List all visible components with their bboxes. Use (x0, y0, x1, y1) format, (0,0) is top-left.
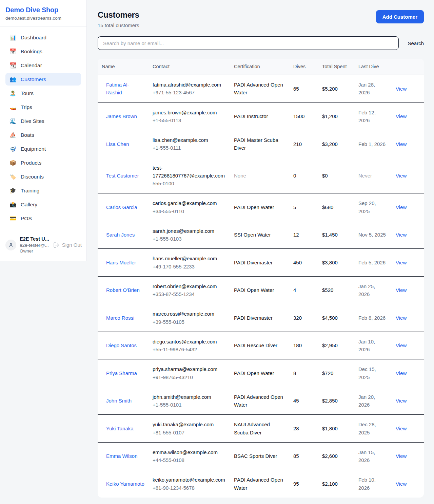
customer-name-link[interactable]: Keiko Yamamoto (106, 481, 144, 487)
view-link[interactable]: View (396, 204, 407, 210)
view-link[interactable]: View (396, 232, 407, 238)
sidebar-item-boats[interactable]: ⛵ Boats (5, 129, 81, 141)
customer-name-link[interactable]: Sarah Jones (106, 232, 135, 238)
customer-name-link[interactable]: Emma Wilson (106, 453, 138, 459)
customer-name-link[interactable]: Test Customer (106, 173, 139, 179)
user-email: e2e-tester@... (20, 242, 50, 248)
customer-last-dive: Feb 10, 2026 (354, 470, 392, 498)
sidebar-item-pos[interactable]: 💳 POS (5, 212, 81, 225)
table-row: Carlos Garcia carlos.garcia@example.com … (98, 193, 424, 221)
customer-last-dive: Feb 8, 2026 (354, 304, 392, 332)
customer-total-spent: $2,100 (318, 470, 354, 498)
view-link[interactable]: View (396, 173, 407, 179)
view-link[interactable]: View (396, 426, 407, 431)
customer-phone: +91-98765-43210 (153, 373, 226, 381)
customer-last-dive: Sep 20, 2025 (354, 193, 392, 221)
customer-name-link[interactable]: John Smith (106, 398, 132, 404)
customer-certification: PADI Open Water (230, 276, 289, 304)
sign-out-button[interactable]: Sign Out (53, 242, 82, 248)
sidebar-item-dive-sites[interactable]: 🌊 Dive Sites (5, 115, 81, 127)
customer-last-dive: Jan 25, 2026 (354, 276, 392, 304)
customer-name-link[interactable]: Lisa Chen (106, 141, 129, 147)
sidebar-item-trips[interactable]: 🚤 Trips (5, 101, 81, 113)
sidebar-item-dashboard[interactable]: 📊 Dashboard (5, 31, 81, 44)
sidebar-item-calendar[interactable]: 📆 Calendar (5, 59, 81, 72)
add-customer-button[interactable]: Add Customer (376, 10, 424, 23)
table-row: Lisa Chen lisa.chen@example.com +1-555-0… (98, 130, 424, 158)
customer-email: hans.mueller@example.com (153, 255, 226, 262)
camera-icon: 📸 (9, 201, 16, 208)
customer-email: john.smith@example.com (153, 393, 226, 401)
table-row: Priya Sharma priya.sharma@example.com +9… (98, 359, 424, 387)
customer-name-link[interactable]: Priya Sharma (106, 370, 137, 376)
view-link[interactable]: View (396, 113, 407, 119)
customer-total-spent: $3,200 (318, 130, 354, 158)
user-info: E2E Test U... e2e-tester@... Owner (20, 236, 50, 254)
view-link[interactable]: View (396, 315, 407, 321)
sidebar-item-bookings[interactable]: 📅 Bookings (5, 45, 81, 58)
view-link[interactable]: View (396, 141, 407, 147)
view-link[interactable]: View (396, 342, 407, 348)
table-row: Keiko Yamamoto keiko.yamamoto@example.co… (98, 470, 424, 498)
customer-last-dive: Never (354, 158, 392, 193)
tear-off-calendar-icon: 📆 (9, 62, 16, 69)
avatar (5, 240, 16, 250)
customer-phone: +34-555-0110 (153, 207, 226, 215)
sidebar-item-training[interactable]: 🎓 Training (5, 184, 81, 197)
customer-total-spent: $720 (318, 359, 354, 387)
view-link[interactable]: View (396, 86, 407, 92)
sidebar-item-gallery[interactable]: 📸 Gallery (5, 198, 81, 211)
customer-name-link[interactable]: Marco Rossi (106, 315, 134, 321)
customer-email: priya.sharma@example.com (153, 365, 226, 373)
customer-phone: +1-555-0103 (153, 235, 226, 243)
customer-total-spent: $5,200 (318, 75, 354, 103)
table-row: Marco Rossi marco.rossi@example.com +39-… (98, 304, 424, 332)
customer-total-spent: $2,950 (318, 332, 354, 359)
customer-name-link[interactable]: Fatima Al-Rashid (106, 82, 129, 95)
sidebar-item-discounts[interactable]: 🏷️ Discounts (5, 170, 81, 183)
table-row: Diego Santos diego.santos@example.com +5… (98, 332, 424, 359)
customer-certification: None (230, 158, 289, 193)
customer-certification: PADI Divemaster (230, 249, 289, 277)
view-link[interactable]: View (396, 398, 407, 404)
calendar-date-icon: 📅 (9, 48, 16, 55)
sign-out-label: Sign Out (62, 242, 82, 248)
search-button[interactable]: Search (408, 40, 424, 46)
sidebar-item-label: Dive Sites (21, 118, 44, 124)
search-input[interactable] (98, 36, 399, 50)
table-row: Robert O'Brien robert.obrien@example.com… (98, 276, 424, 304)
customer-email: fatima.alrashid@example.com (153, 81, 226, 89)
customer-phone: 555-0100 (153, 180, 226, 187)
customer-name-link[interactable]: Hans Mueller (106, 260, 136, 265)
customer-last-dive: Feb 1, 2026 (354, 130, 392, 158)
customer-email: carlos.garcia@example.com (153, 199, 226, 207)
sidebar: Demo Dive Shop demo.test.divestreams.com… (0, 0, 87, 261)
sidebar-item-label: Gallery (21, 202, 37, 208)
sidebar-item-products[interactable]: 📦 Products (5, 156, 81, 169)
view-link[interactable]: View (396, 260, 407, 265)
customer-total-spent: $520 (318, 276, 354, 304)
customer-dives: 4 (289, 276, 318, 304)
customer-name-link[interactable]: James Brown (106, 113, 137, 119)
customer-name-link[interactable]: Carlos Garcia (106, 204, 137, 210)
sidebar-item-customers[interactable]: 👥 Customers (5, 73, 81, 86)
view-link[interactable]: View (396, 370, 407, 376)
customer-total-spent: $680 (318, 193, 354, 221)
customer-dives: 95 (289, 470, 318, 498)
view-link[interactable]: View (396, 453, 407, 459)
customer-total-spent: $0 (318, 158, 354, 193)
customer-total-spent: $1,450 (318, 221, 354, 249)
customer-name-link[interactable]: Diego Santos (106, 342, 137, 348)
customer-name-link[interactable]: Yuki Tanaka (106, 426, 134, 431)
sidebar-item-tours[interactable]: 🏝️ Tours (5, 87, 81, 99)
view-link[interactable]: View (396, 481, 407, 487)
customers-table: NameContactCertificationDivesTotal Spent… (98, 59, 424, 498)
sidebar-item-label: Calendar (21, 62, 42, 69)
table-row: Emma Wilson emma.wilson@example.com +44-… (98, 442, 424, 470)
customer-name-link[interactable]: Robert O'Brien (106, 287, 140, 293)
customer-total-spent: $2,600 (318, 442, 354, 470)
column-header: Certification (230, 59, 289, 75)
view-link[interactable]: View (396, 287, 407, 293)
main-content: Customers 15 total customers Add Custome… (87, 0, 434, 504)
sidebar-item-equipment[interactable]: 🤿 Equipment (5, 143, 81, 155)
